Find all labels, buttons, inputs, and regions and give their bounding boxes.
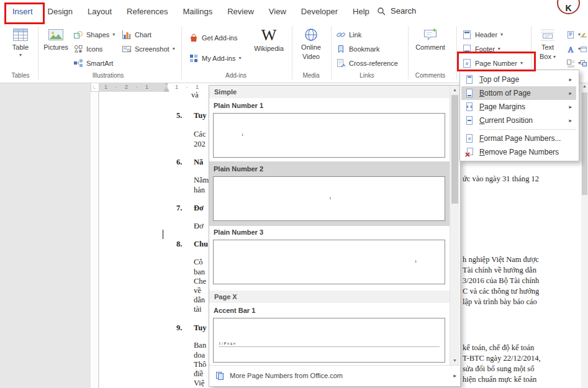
get-addins-label: Get Add-ins (202, 34, 237, 42)
pictures-button[interactable]: Pictures (41, 27, 71, 52)
signature-line-button[interactable] (580, 29, 587, 41)
shapes-button[interactable]: Shapes ▾ (73, 29, 115, 41)
page-number-button[interactable]: # Page Number ▾ (462, 57, 523, 70)
group-separator (456, 26, 457, 79)
wordart-button[interactable]: A ▾ (566, 43, 581, 55)
format-page-numbers-icon: # (464, 133, 474, 143)
group-separator (292, 26, 292, 79)
date-time-icon (580, 45, 587, 53)
tab-design[interactable]: Design (40, 7, 80, 16)
quick-parts-button[interactable]: ▾ (566, 29, 581, 41)
menu-separator (479, 129, 576, 130)
scroll-up-arrow-icon[interactable]: ▲ (581, 84, 588, 88)
submenu-arrow-icon: ▸ (569, 90, 572, 96)
gallery-section-simple: Simple (209, 86, 450, 98)
submenu-arrow-icon: ▸ (569, 104, 572, 110)
menu-item-format-page-numbers[interactable]: # Format Page Numbers... (461, 132, 576, 145)
more-page-numbers-link[interactable]: More Page Numbers from Office.com ▸ (209, 365, 459, 386)
tab-stop-selector[interactable]: ∟ (91, 83, 99, 92)
document-scrollbar[interactable]: ▲ (581, 83, 588, 388)
group-separator (408, 26, 409, 79)
smartart-button[interactable]: SmartArt (73, 57, 113, 70)
cross-reference-button[interactable]: Cross-reference (336, 57, 398, 70)
current-position-icon (464, 115, 474, 125)
gallery-item-preview[interactable]: 1 (213, 113, 445, 158)
ruler-marks-mid: 1 · 1 (175, 84, 202, 90)
quick-parts-icon (566, 30, 575, 39)
ribbon-tab-bar: Insert Design Layout References Mailings… (0, 0, 588, 23)
scroll-up-arrow-icon[interactable]: ▲ (450, 88, 459, 92)
text-box-button[interactable]: Text Box ▾ (533, 27, 563, 61)
accent-bar-line (219, 346, 440, 347)
scroll-down-arrow-icon[interactable]: ▼ (450, 358, 459, 363)
bookmark-label: Bookmark (349, 45, 380, 53)
icons-icon (73, 44, 83, 54)
comment-button[interactable]: Comment (414, 27, 447, 52)
tab-layout[interactable]: Layout (80, 7, 119, 16)
shapes-label: Shapes (86, 31, 109, 38)
vertical-ruler[interactable] (91, 92, 99, 388)
page-number-sample: 1 (415, 259, 417, 264)
get-addins-button[interactable]: Get Add-ins (189, 32, 237, 44)
menu-item-current-position[interactable]: Current Position ▸ (461, 114, 576, 127)
bookmark-icon (336, 44, 346, 54)
tab-help[interactable]: Help (345, 7, 377, 16)
tab-mailings[interactable]: Mailings (176, 7, 220, 16)
object-button[interactable] (580, 57, 587, 70)
scrollbar-thumb[interactable] (582, 92, 587, 195)
bottom-of-page-icon (464, 88, 474, 98)
wordart-icon: A (566, 45, 575, 53)
remove-page-numbers-icon (464, 147, 474, 157)
screenshot-button[interactable]: Screenshot ▾ (122, 43, 175, 55)
icons-label: Icons (86, 45, 102, 53)
icons-button[interactable]: Icons (73, 43, 102, 55)
left-indent-marker[interactable] (164, 90, 169, 92)
header-button[interactable]: Header ▾ (462, 29, 503, 41)
tab-view[interactable]: View (261, 7, 294, 16)
chevron-down-icon: ▾ (520, 61, 523, 66)
chart-icon (122, 30, 132, 40)
drop-cap-button[interactable]: ▾ (566, 57, 581, 70)
tab-developer[interactable]: Developer (294, 7, 345, 16)
tab-insert[interactable]: Insert (5, 7, 40, 16)
date-time-button[interactable] (580, 43, 587, 55)
gallery-scrollbar-thumb[interactable] (451, 95, 458, 204)
group-label-media: Media (293, 72, 329, 79)
gallery-item-preview[interactable]: 1 | P a g e (213, 318, 445, 363)
my-addins-button[interactable]: My Add-ins ▾ (189, 52, 241, 65)
chart-button[interactable]: Chart (122, 29, 152, 41)
gallery-item-name: Plain Number 2 (209, 164, 450, 174)
menu-item-bottom-of-page[interactable]: Bottom of Page ▸ (461, 86, 576, 100)
search-box[interactable]: Search (377, 6, 416, 16)
wikipedia-button[interactable]: W Wikipedia (251, 27, 287, 53)
group-separator (38, 26, 38, 79)
object-icon (580, 60, 587, 67)
group-separator (181, 26, 182, 79)
my-addins-icon (189, 53, 199, 63)
link-button[interactable]: Link (336, 29, 361, 41)
menu-item-remove-page-numbers[interactable]: Remove Page Numbers (461, 145, 576, 159)
gallery-scrollbar[interactable]: ▲ ▼ (450, 86, 459, 365)
chevron-down-icon: ▾ (238, 56, 241, 61)
chevron-down-icon: ▾ (173, 47, 175, 52)
gallery-item-preview[interactable]: 1 (213, 176, 445, 221)
group-label-illustrations: Illustrations (73, 72, 143, 79)
bookmark-button[interactable]: Bookmark (336, 43, 380, 55)
gallery-item-preview[interactable]: 1 (213, 240, 445, 284)
submenu-arrow-icon: ▸ (453, 372, 456, 379)
menu-item-page-margins[interactable]: Page Margins ▸ (461, 100, 576, 114)
footer-button[interactable]: Footer ▾ (462, 43, 500, 55)
tab-references[interactable]: References (119, 7, 175, 16)
account-avatar[interactable]: K (557, 0, 580, 14)
group-label-comments: Comments (410, 72, 451, 79)
group-label-addins: Add-ins (205, 72, 267, 79)
menu-item-top-of-page[interactable]: Top of Page ▸ (461, 73, 576, 86)
drop-cap-icon (566, 59, 575, 68)
group-label-tables: Tables (4, 72, 37, 79)
search-icon (377, 7, 386, 16)
ribbon-tabs: Insert Design Layout References Mailings… (5, 0, 377, 23)
tab-review[interactable]: Review (220, 7, 261, 16)
get-addins-icon (189, 33, 199, 43)
table-button[interactable]: Table ▾ (6, 27, 35, 58)
online-video-button[interactable]: Online Video (296, 27, 327, 61)
